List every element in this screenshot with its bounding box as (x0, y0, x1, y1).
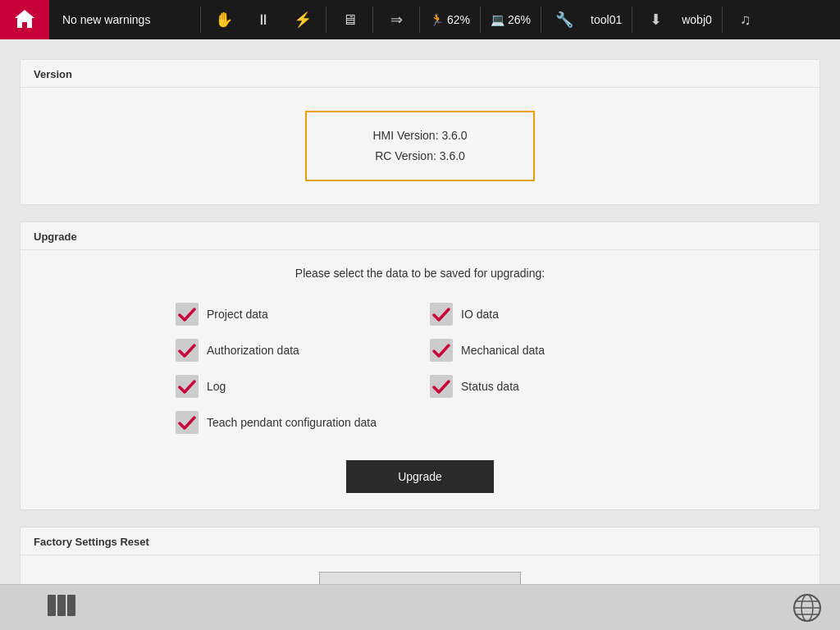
wobj-icon-btn[interactable]: ⬇ (636, 0, 675, 39)
factory-reset-section: Factory Settings Reset Restore factory s… (20, 527, 820, 584)
flash-icon-btn[interactable]: ⚡ (283, 0, 322, 39)
checkbox-io-label: IO data (461, 308, 499, 321)
music-icon: ♫ (740, 11, 751, 29)
checkbox-auth[interactable]: Authorization data (166, 332, 420, 368)
rc-version: RC Version: 3.6.0 (375, 146, 465, 167)
upgrade-body: Please select the data to be saved for u… (21, 250, 819, 509)
tools-icon-btn[interactable]: 🔧 (545, 0, 584, 39)
check-log-icon (176, 375, 199, 398)
bottombar-left[interactable] (0, 594, 123, 622)
upgrade-title: Upgrade (21, 222, 819, 250)
warnings-text: No new warnings (49, 13, 197, 26)
divider-8 (722, 7, 723, 33)
checkbox-teach[interactable]: Teach pendant configuration data (166, 404, 420, 441)
screen-icon: 🖥 (342, 11, 357, 29)
hand-icon: ✋ (215, 11, 233, 29)
arrow-icon-btn[interactable]: ⇒ (377, 0, 416, 39)
divider-6 (541, 7, 541, 33)
home-button[interactable] (0, 0, 49, 39)
divider-5 (480, 7, 481, 33)
factory-reset-title: Factory Settings Reset (21, 527, 819, 555)
upgrade-button[interactable]: Upgrade (346, 460, 494, 493)
cpu-icon: 💻 (491, 13, 504, 26)
checkbox-log-label: Log (207, 380, 226, 393)
divider-1 (200, 7, 201, 33)
grid-icon (47, 594, 76, 622)
checkbox-status[interactable]: Status data (420, 368, 674, 404)
main-content: Version HMI Version: 3.6.0 RC Version: 3… (0, 39, 840, 584)
tools-icon: 🔧 (555, 11, 573, 29)
checkbox-log[interactable]: Log (166, 368, 420, 404)
run-value: 62% (447, 13, 470, 26)
checkbox-mechanical-label: Mechanical data (461, 344, 545, 357)
bottombar (0, 584, 840, 630)
wobj-icon: ⬇ (650, 11, 662, 29)
hand-icon-btn[interactable]: ✋ (204, 0, 244, 39)
version-box: HMI Version: 3.6.0 RC Version: 3.6.0 (305, 111, 535, 181)
svg-rect-8 (57, 595, 66, 616)
check-teach-icon (176, 411, 199, 434)
restore-factory-button[interactable]: Restore factory settings (319, 572, 520, 584)
check-io-icon (430, 303, 453, 326)
version-body: HMI Version: 3.6.0 RC Version: 3.6.0 (21, 88, 819, 204)
checkboxes-grid: Project data IO data Authorization data (166, 296, 674, 441)
wobj-label: wobj0 (675, 13, 719, 26)
svg-rect-7 (48, 595, 56, 616)
checkbox-mechanical[interactable]: Mechanical data (420, 332, 674, 368)
divider-2 (326, 7, 326, 33)
checkbox-project[interactable]: Project data (166, 296, 420, 332)
flash-icon: ⚡ (294, 11, 312, 29)
checkbox-teach-label: Teach pendant configuration data (207, 416, 377, 429)
run-icon: 🏃 (430, 13, 444, 26)
version-title: Version (21, 60, 819, 88)
version-section: Version HMI Version: 3.6.0 RC Version: 3… (20, 59, 820, 205)
checkbox-auth-label: Authorization data (207, 344, 299, 357)
globe-icon (792, 593, 822, 623)
bottombar-right[interactable] (774, 593, 840, 623)
hmi-version: HMI Version: 3.6.0 (372, 126, 467, 146)
cpu-value: 26% (508, 13, 531, 26)
divider-3 (372, 7, 373, 33)
screen-icon-btn[interactable]: 🖥 (330, 0, 369, 39)
topbar: No new warnings ✋ ⏸ ⚡ 🖥 ⇒ 🏃 62% 💻 26% 🔧 … (0, 0, 840, 39)
cpu-stat: 💻 26% (484, 13, 537, 26)
arrow-icon: ⇒ (390, 11, 403, 29)
tool-label: tool01 (584, 13, 628, 26)
check-project-icon (176, 303, 199, 326)
checkbox-project-label: Project data (207, 308, 268, 321)
checkbox-status-label: Status data (461, 380, 519, 393)
run-stat: 🏃 62% (423, 13, 477, 26)
divider-4 (419, 7, 420, 33)
check-status-icon (430, 375, 453, 398)
pause-icon: ⏸ (256, 11, 271, 29)
check-auth-icon (176, 339, 199, 362)
svg-rect-9 (67, 595, 75, 616)
divider-7 (632, 7, 632, 33)
home-icon (13, 7, 36, 33)
music-icon-btn[interactable]: ♫ (726, 0, 765, 39)
check-mechanical-icon (430, 339, 453, 362)
upgrade-prompt: Please select the data to be saved for u… (40, 267, 800, 280)
upgrade-section: Upgrade Please select the data to be sav… (20, 221, 820, 510)
factory-reset-body: Restore factory settings (21, 555, 819, 584)
pause-icon-btn[interactable]: ⏸ (244, 0, 283, 39)
checkbox-io[interactable]: IO data (420, 296, 674, 332)
